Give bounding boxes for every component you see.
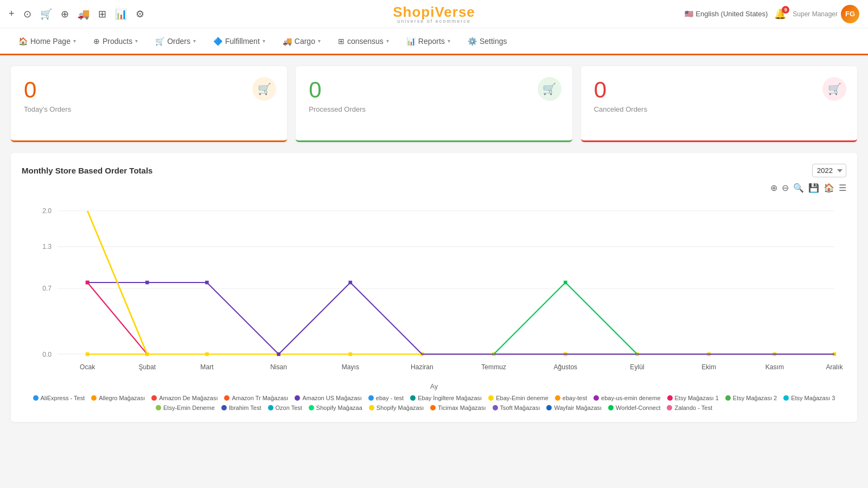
cargo-nav-icon: 🚚	[283, 37, 292, 46]
legend-ebay-us-emin: ebay-us-emin deneme	[593, 395, 660, 401]
svg-text:Temmuz: Temmuz	[481, 363, 506, 371]
canceled-orders-label: Canceled Orders	[594, 105, 844, 113]
home-nav-icon: 🏠	[18, 37, 28, 46]
nav-orders[interactable]: 🛒 Orders ▾	[148, 34, 203, 49]
nav-products[interactable]: ⊕ Products ▾	[86, 34, 145, 49]
nav-reports[interactable]: 📊 Reports ▾	[399, 34, 458, 49]
svg-text:Haziran: Haziran	[411, 363, 433, 371]
gear-icon[interactable]: ⚙	[136, 8, 144, 20]
topbar-left: + ⊙ 🛒 ⊕ 🚚 ⊞ 📊 ⚙	[9, 8, 144, 20]
processed-orders-icon: 🛒	[538, 77, 561, 101]
nav-fulfillment-label: Fulfillment	[225, 37, 260, 46]
legend-ebay-test: ebay - test	[368, 395, 404, 401]
chart-area: 2.0 1.3 0.7 0.0 Ocak Şubat Mart Nisan Ma…	[22, 196, 846, 381]
legend-ozon: Ozon Test	[268, 404, 302, 411]
flag-icon: 🇺🇸	[685, 10, 693, 18]
today-orders-value: 0	[24, 77, 274, 103]
chart-title: Monthly Store Based Order Totals	[22, 166, 152, 175]
svg-rect-24	[348, 352, 352, 356]
chevron-down-icon: ▾	[135, 38, 138, 44]
svg-rect-36	[348, 281, 352, 285]
canceled-orders-value: 0	[594, 77, 844, 103]
svg-rect-34	[205, 281, 209, 285]
chart-svg: 2.0 1.3 0.7 0.0 Ocak Şubat Mart Nisan Ma…	[22, 196, 846, 381]
legend-amazon-tr: Amazon Tr Mağazası	[224, 395, 288, 401]
legend-worldef: Worldef-Connect	[608, 404, 660, 411]
nav-home-label: Home Page	[30, 37, 71, 46]
canceled-orders-icon: 🛒	[822, 77, 846, 101]
avatar: FG	[841, 5, 859, 23]
zoom-in-icon[interactable]: ⊕	[770, 183, 777, 193]
legend-amazon-us: Amazon US Mağazası	[295, 395, 361, 401]
legend-shopify-a: Shopify Mağazaa	[309, 404, 362, 411]
nav-reports-label: Reports	[418, 37, 445, 46]
svg-text:Şubat: Şubat	[138, 363, 156, 371]
zoom-out-icon[interactable]: ⊖	[782, 183, 789, 193]
nav-consensus[interactable]: ⊞ consensus ▾	[330, 34, 397, 49]
lang-label: English (United States)	[695, 10, 768, 18]
svg-rect-20	[86, 352, 90, 356]
table-icon[interactable]: ⊞	[98, 8, 106, 20]
legend-etsy2: Etsy Mağazası 2	[725, 395, 777, 401]
home-chart-icon[interactable]: 🏠	[824, 183, 834, 193]
fulfillment-nav-icon: 🔷	[213, 37, 222, 46]
compass-icon[interactable]: ⊙	[23, 8, 31, 20]
nav-fulfillment[interactable]: 🔷 Fulfillment ▾	[206, 34, 273, 49]
legend-ebay-emin: Ebay-Emin deneme	[488, 395, 548, 401]
svg-text:1.3: 1.3	[42, 243, 52, 251]
truck-icon[interactable]: 🚚	[78, 8, 90, 20]
nav-home[interactable]: 🏠 Home Page ▾	[11, 34, 84, 49]
legend-ticimax: Ticimax Mağazası	[430, 404, 486, 411]
chart-header: Monthly Store Based Order Totals 2022 20…	[22, 164, 846, 177]
svg-rect-37	[86, 281, 90, 285]
download-chart-icon[interactable]: 💾	[808, 183, 819, 193]
nav-consensus-label: consensus	[347, 37, 384, 46]
chart-legend: AliExpress - Test Allegro Mağazası Amazo…	[22, 395, 846, 411]
svg-text:Ocak: Ocak	[80, 363, 95, 371]
chevron-down-icon: ▾	[193, 38, 196, 44]
main-content: 🛒 0 Today's Orders 🛒 0 Processed Orders …	[0, 55, 868, 488]
nav-settings-label: Settings	[480, 37, 507, 46]
notification-button[interactable]: 🔔 9	[774, 8, 786, 20]
chevron-down-icon: ▾	[448, 38, 450, 44]
nav-settings[interactable]: ⚙️ Settings	[460, 34, 515, 49]
stats-cards: 🛒 0 Today's Orders 🛒 0 Processed Orders …	[11, 66, 857, 142]
chart-icon[interactable]: 📊	[115, 8, 127, 20]
svg-text:Kasım: Kasım	[765, 363, 784, 371]
grid-icon[interactable]: ⊕	[61, 8, 69, 20]
svg-text:0.0: 0.0	[42, 351, 52, 358]
search-chart-icon[interactable]: 🔍	[793, 183, 804, 193]
menu-chart-icon[interactable]: ☰	[839, 183, 846, 193]
nav-products-label: Products	[103, 37, 132, 46]
user-info: Super Manager FG	[793, 5, 859, 23]
reports-nav-icon: 📊	[406, 37, 416, 46]
year-select[interactable]: 2022 2021 2020	[812, 164, 846, 177]
legend-ebay-test2: ebay-test	[555, 395, 587, 401]
svg-text:0.7: 0.7	[42, 285, 52, 292]
chart-x-axis-label: Ay	[22, 383, 846, 390]
legend-ebay-ingiltere: Ebay İngiltere Mağazası	[410, 395, 482, 401]
logo-text: ShopiVerse	[393, 4, 475, 20]
cart-icon[interactable]: 🛒	[40, 8, 52, 20]
svg-text:Mayıs: Mayıs	[342, 363, 359, 371]
svg-text:Mart: Mart	[200, 363, 214, 371]
svg-text:Nisan: Nisan	[270, 363, 287, 371]
legend-ibrahim: Ibrahim Test	[221, 404, 261, 411]
card-processed-orders: 🛒 0 Processed Orders	[296, 66, 572, 142]
chart-controls: ⊕ ⊖ 🔍 💾 🏠 ☰	[22, 183, 846, 193]
logo-area: ShopiVerse universe of ecommerce	[393, 4, 475, 24]
legend-amazon-de: Amazon De Mağazası	[151, 395, 218, 401]
legend-etsy1: Etsy Mağazası 1	[667, 395, 719, 401]
orders-nav-icon: 🛒	[155, 37, 164, 46]
username: Super Manager	[793, 10, 838, 18]
language-selector[interactable]: 🇺🇸 English (United States)	[685, 10, 768, 18]
topbar-right: 🇺🇸 English (United States) 🔔 9 Super Man…	[685, 5, 859, 23]
products-nav-icon: ⊕	[93, 37, 100, 46]
nav-cargo[interactable]: 🚚 Cargo ▾	[275, 34, 328, 49]
processed-orders-value: 0	[309, 77, 559, 103]
nav-orders-label: Orders	[167, 37, 190, 46]
topbar: + ⊙ 🛒 ⊕ 🚚 ⊞ 📊 ⚙ ShopiVerse universe of e…	[0, 0, 868, 28]
svg-rect-35	[277, 352, 280, 356]
card-canceled-orders: 🛒 0 Canceled Orders	[581, 66, 857, 142]
plus-icon[interactable]: +	[9, 8, 15, 20]
